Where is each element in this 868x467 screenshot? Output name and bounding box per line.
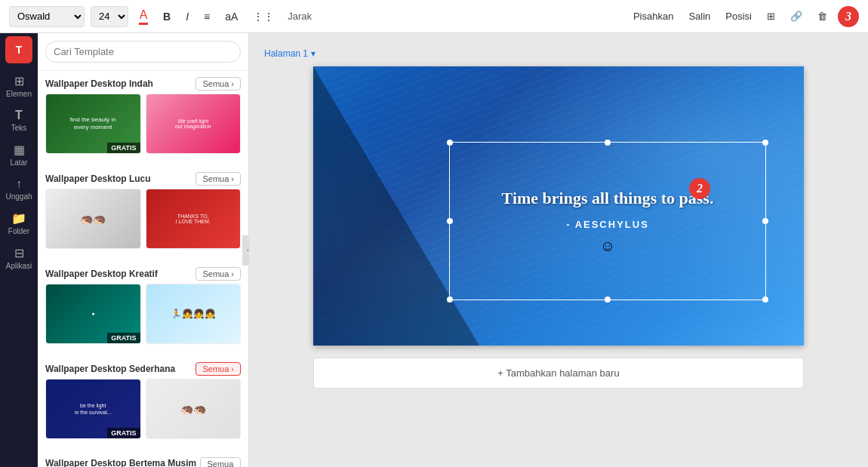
teks-label: Teks — [11, 124, 27, 132]
gratis-badge-2-0: GRATIS — [107, 333, 140, 343]
unggah-icon: ↑ — [16, 177, 22, 191]
template-thumb-2-0[interactable]: ●GRATIS — [45, 284, 141, 344]
section-header-2: Wallpaper Desktop KreatifSemua › — [38, 261, 248, 284]
sidebar-item-elemen[interactable]: ⊞ Elemen — [2, 69, 35, 103]
sidebar-item-folder[interactable]: 📁 Folder — [2, 207, 35, 240]
icon-bar: T ⊞ Elemen T Teks ▦ Latar ↑ Unggah 📁 Fol… — [0, 33, 38, 467]
section-header-3: Wallpaper Desktop SederhanaSemua › — [38, 356, 248, 379]
folder-icon: 📁 — [11, 211, 26, 226]
sidebar-item-latar[interactable]: ▦ Latar — [2, 138, 35, 171]
quote-text: Time brings all things to pass. — [502, 187, 714, 210]
aplikasi-label: Aplikasi — [6, 262, 32, 270]
handle-mid-right[interactable] — [762, 218, 768, 224]
add-page-button[interactable]: + Tambahkan halaman baru — [313, 358, 804, 389]
template-list: Wallpaper Desktop IndahSemua ›find the b… — [38, 71, 248, 467]
semua-button-1[interactable]: Semua › — [195, 172, 241, 186]
section-header-4: Wallpaper Desktop Bertema Musim Pan...Se… — [38, 451, 248, 467]
thumbnails-0: find the beauty inevery momentGRATISWe c… — [38, 94, 248, 160]
main-layout: T ⊞ Elemen T Teks ▦ Latar ↑ Unggah 📁 Fol… — [0, 33, 868, 467]
jarak-label: Jarak — [288, 11, 312, 22]
thumbnails-2: ●GRATIS🏃👧👧👧 — [38, 284, 248, 350]
handle-bottom-right[interactable] — [762, 296, 768, 303]
font-color-button[interactable]: A — [134, 6, 152, 27]
elemen-icon: ⊞ — [14, 74, 24, 88]
gratis-badge-3-0: GRATIS — [107, 428, 140, 438]
bold-button[interactable]: B — [159, 8, 175, 25]
text-selection-box[interactable]: Time brings all things to pass. - AESCHY… — [449, 142, 766, 300]
sidebar-item-teks[interactable]: T Teks — [2, 104, 35, 137]
aplikasi-icon: ⊟ — [14, 246, 24, 260]
template-thumb-1-1[interactable]: THANKS TO,I LOVE THEM. — [146, 189, 242, 249]
pisahkan-button[interactable]: Pisahkan — [629, 8, 678, 24]
handle-top-mid[interactable] — [605, 140, 611, 146]
step3-badge: 3 — [838, 6, 859, 27]
template-thumb-0-1[interactable]: We craft lightour imagination — [146, 94, 242, 154]
font-size-select[interactable]: 24 — [91, 6, 128, 27]
list-button[interactable]: ⋮⋮ — [248, 8, 279, 25]
top-toolbar: Oswald 24 A B I ≡ aA ⋮⋮ Jarak Pisahkan S… — [0, 0, 868, 33]
sidebar-item-aplikasi[interactable]: ⊟ Aplikasi — [2, 241, 35, 275]
handle-bottom-mid[interactable] — [605, 296, 611, 303]
handle-top-right[interactable] — [762, 140, 768, 146]
posisi-button[interactable]: Posisi — [721, 8, 756, 24]
template-section-4: Wallpaper Desktop Bertema Musim Pan...Se… — [38, 451, 248, 467]
app-logo[interactable]: T — [5, 36, 32, 63]
semua-button-4[interactable]: Semua › — [200, 457, 241, 467]
template-section-0: Wallpaper Desktop IndahSemua ›find the b… — [38, 71, 248, 160]
author-text: - AESCHYLUS — [566, 219, 649, 230]
latar-label: Latar — [11, 158, 28, 167]
section-title-0: Wallpaper Desktop Indah — [45, 78, 153, 89]
page-label-text: Halaman 1 — [264, 48, 308, 59]
gratis-badge-0-0: GRATIS — [107, 143, 140, 153]
align-button[interactable]: ≡ — [199, 8, 214, 25]
canvas-background: Time brings all things to pass. - AESCHY… — [313, 66, 804, 346]
latar-icon: ▦ — [14, 143, 25, 157]
handle-top-left[interactable] — [447, 140, 453, 146]
search-input[interactable] — [45, 41, 241, 63]
unggah-label: Unggah — [5, 192, 32, 201]
canvas-area: Halaman 1 ▾ Time brings all thi — [249, 33, 868, 467]
section-header-1: Wallpaper Desktop LucuSemua › — [38, 166, 248, 189]
template-thumb-3-1[interactable]: 🦔🦔 — [146, 379, 242, 439]
toolbar-right: Pisahkan Salin Posisi ⊞ 🔗 🗑 3 — [629, 6, 859, 27]
template-section-1: Wallpaper Desktop LucuSemua ›🦔🦔THANKS TO… — [38, 166, 248, 255]
canvas-frame[interactable]: Time brings all things to pass. - AESCHY… — [313, 66, 804, 346]
panel-collapse-handle[interactable]: ‹ — [242, 235, 249, 266]
template-panel: Wallpaper Desktop IndahSemua ›find the b… — [38, 33, 249, 467]
template-thumb-2-1[interactable]: 🏃👧👧👧 — [146, 284, 242, 344]
italic-button[interactable]: I — [181, 8, 193, 25]
emoji-decoration: ☺ — [600, 238, 615, 255]
template-search-area — [38, 33, 248, 71]
thumbnails-1: 🦔🦔THANKS TO,I LOVE THEM. — [38, 189, 248, 255]
delete-button[interactable]: 🗑 — [813, 8, 832, 24]
font-family-select[interactable]: Oswald — [9, 6, 85, 27]
thumbnails-3: be the lightin the survival...GRATIS🦔🦔 — [38, 379, 248, 445]
sidebar-item-unggah[interactable]: ↑ Unggah — [2, 173, 35, 205]
page-label[interactable]: Halaman 1 ▾ — [264, 48, 315, 59]
handle-mid-left[interactable] — [447, 218, 453, 224]
step2-badge: 2 — [689, 178, 710, 199]
folder-label: Folder — [8, 227, 29, 235]
teks-icon: T — [15, 109, 23, 122]
template-section-3: Wallpaper Desktop SederhanaSemua ›be the… — [38, 356, 248, 445]
section-title-2: Wallpaper Desktop Kreatif — [45, 269, 158, 279]
template-thumb-3-0[interactable]: be the lightin the survival...GRATIS — [45, 379, 141, 439]
section-header-0: Wallpaper Desktop IndahSemua › — [38, 71, 248, 94]
template-thumb-1-0[interactable]: 🦔🦔 — [45, 189, 141, 249]
grid-button[interactable]: ⊞ — [762, 8, 780, 24]
semua-button-2[interactable]: Semua › — [195, 267, 241, 281]
link-button[interactable]: 🔗 — [786, 8, 807, 24]
section-title-4: Wallpaper Desktop Bertema Musim Pan... — [45, 458, 200, 467]
elemen-label: Elemen — [6, 90, 32, 98]
salin-button[interactable]: Salin — [684, 8, 715, 24]
semua-button-0[interactable]: Semua › — [195, 77, 241, 91]
aa-button[interactable]: aA — [220, 8, 242, 25]
section-title-1: Wallpaper Desktop Lucu — [45, 174, 151, 184]
section-title-3: Wallpaper Desktop Sederhana — [45, 364, 175, 374]
semua-button-3[interactable]: Semua › — [195, 362, 241, 376]
template-thumb-0-0[interactable]: find the beauty inevery momentGRATIS — [45, 94, 141, 154]
template-section-2: Wallpaper Desktop KreatifSemua ›●GRATIS🏃… — [38, 261, 248, 350]
page-label-chevron: ▾ — [311, 48, 315, 59]
handle-bottom-left[interactable] — [447, 296, 453, 303]
